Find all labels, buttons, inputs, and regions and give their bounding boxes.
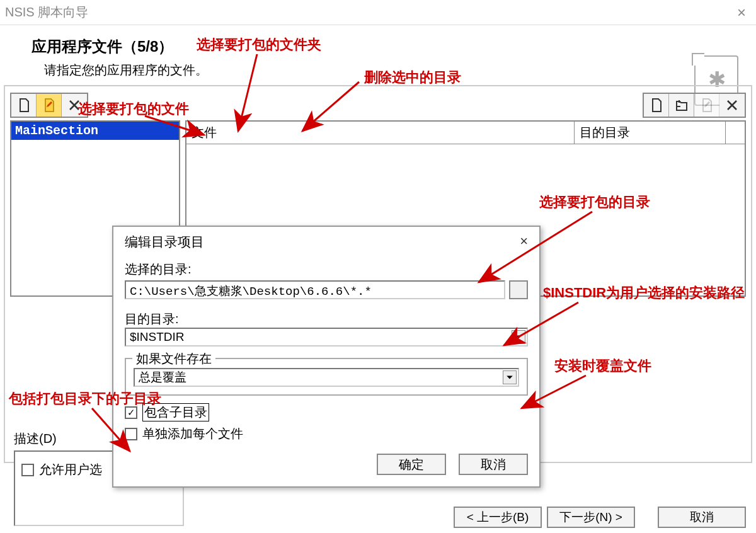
wizard-header: 应用程序文件（5/8） 请指定您的应用程序的文件。: [0, 25, 756, 85]
allow-user-select-label: 允许用户选: [39, 461, 102, 478]
dest-dir-label: 目的目录:: [125, 311, 528, 328]
page-title: 应用程序文件（5/8）: [32, 37, 737, 57]
section-toolbar: [10, 93, 88, 118]
new-section-icon[interactable]: [11, 94, 37, 117]
dialog-title: 编辑目录项目: [125, 233, 204, 251]
delete-file-icon[interactable]: [719, 94, 745, 117]
add-each-file-checkbox[interactable]: [125, 428, 137, 440]
add-file-icon[interactable]: [644, 94, 669, 117]
add-folder-icon[interactable]: [669, 94, 694, 117]
back-button[interactable]: < 上一步(B): [454, 507, 542, 528]
overwrite-value: 总是覆盖: [139, 369, 186, 386]
close-icon[interactable]: ×: [732, 4, 751, 21]
page-subtitle: 请指定您的应用程序的文件。: [44, 62, 737, 79]
ok-button[interactable]: 确定: [377, 454, 446, 475]
next-button[interactable]: 下一步(N) >: [547, 507, 635, 528]
edit-file-icon[interactable]: [694, 94, 719, 117]
add-each-file-label: 单独添加每个文件: [142, 425, 243, 442]
file-toolbar: [643, 93, 746, 118]
column-dest[interactable]: 目的目录: [575, 122, 726, 144]
edit-dir-dialog: 编辑目录项目 × 选择的目录: C:\Users\急支糖浆\Desktop\6.…: [112, 226, 541, 488]
src-dir-input[interactable]: C:\Users\急支糖浆\Desktop\6.6.6\*.*: [125, 280, 505, 299]
titlebar: NSIS 脚本向导 ×: [0, 0, 756, 25]
src-dir-label: 选择的目录:: [125, 261, 528, 278]
if-exists-group: 如果文件存在 总是覆盖: [125, 358, 528, 396]
include-subdir-label: 包含子目录: [142, 403, 209, 421]
allow-user-select-checkbox[interactable]: [21, 464, 34, 476]
if-exists-legend: 如果文件存在: [132, 350, 215, 367]
table-header: 文件 目的目录: [186, 122, 745, 144]
description-label: 描述(D): [14, 430, 57, 447]
cancel-button[interactable]: 取消: [658, 507, 746, 528]
column-file[interactable]: 文件: [186, 122, 575, 144]
wizard-buttons: < 上一步(B) 下一步(N) > 取消: [454, 507, 746, 528]
overwrite-combo[interactable]: 总是覆盖: [134, 368, 519, 387]
chevron-down-icon[interactable]: [503, 370, 517, 384]
chevron-down-icon[interactable]: [512, 330, 525, 344]
include-subdir-checkbox[interactable]: ✓: [125, 406, 137, 419]
dest-dir-combo[interactable]: $INSTDIR: [125, 328, 528, 347]
window-title: NSIS 脚本向导: [5, 4, 88, 21]
delete-section-icon[interactable]: [62, 94, 87, 117]
edit-section-icon[interactable]: [37, 94, 62, 117]
section-item-main[interactable]: MainSection: [11, 122, 179, 140]
column-spacer: [726, 122, 745, 144]
dialog-close-icon[interactable]: ×: [520, 233, 528, 251]
browse-src-button[interactable]: [509, 280, 528, 299]
dialog-cancel-button[interactable]: 取消: [459, 454, 528, 475]
dest-dir-value: $INSTDIR: [130, 330, 185, 344]
